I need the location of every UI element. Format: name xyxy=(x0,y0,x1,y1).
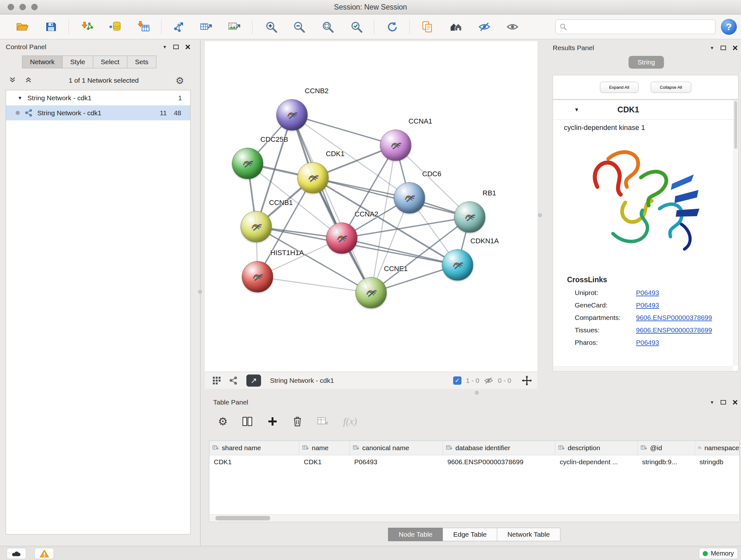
table-options-gear-icon[interactable]: ⚙ xyxy=(218,415,227,428)
tab-network-table[interactable]: Network Table xyxy=(497,528,560,541)
network-node-CDC25B[interactable] xyxy=(232,148,263,179)
show-all-button[interactable] xyxy=(504,18,521,36)
cell-id[interactable]: stringdb:9... xyxy=(637,455,695,469)
crosslink-compartments[interactable]: 9606.ENSP00000378699 xyxy=(636,314,712,321)
network-options-gear-icon[interactable]: ⚙ xyxy=(176,75,184,86)
network-node-CCNA2[interactable] xyxy=(326,223,357,254)
node-label-CCNA1: CCNA1 xyxy=(408,117,432,125)
network-row-selected[interactable]: String Network - cdk1 11 48 xyxy=(6,105,190,120)
eye-icon xyxy=(506,20,519,33)
network-node-CCNA1[interactable] xyxy=(380,130,411,161)
collapse-all-icon[interactable] xyxy=(9,76,16,85)
table-row[interactable]: CDK1 CDK1 P06493 9606.ENSP00000378699 cy… xyxy=(209,455,739,469)
add-column-icon[interactable] xyxy=(267,416,278,427)
import-network-file-button[interactable] xyxy=(79,18,96,36)
crosslink-uniprot[interactable]: P06493 xyxy=(636,289,659,297)
refresh-view-button[interactable] xyxy=(383,18,401,36)
tab-node-table[interactable]: Node Table xyxy=(388,528,443,541)
hidden-eye-slash-icon[interactable] xyxy=(484,377,493,384)
tab-select[interactable]: Select xyxy=(93,56,127,68)
warnings-button[interactable] xyxy=(35,548,54,559)
home-button[interactable] xyxy=(448,18,465,36)
show-columns-icon[interactable] xyxy=(242,416,253,427)
crosslink-tissues[interactable]: 9606.ENSP00000378699 xyxy=(636,326,712,334)
zoom-out-button[interactable] xyxy=(290,18,308,36)
network-edges-layer[interactable] xyxy=(205,41,537,372)
cell-name[interactable]: CDK1 xyxy=(299,455,350,469)
tab-edge-table[interactable]: Edge Table xyxy=(443,528,497,541)
hide-selected-button[interactable] xyxy=(476,18,493,36)
expand-all-button[interactable]: Expand All xyxy=(600,82,638,93)
expand-all-icon[interactable] xyxy=(25,76,32,85)
copy-button[interactable] xyxy=(419,18,436,36)
panel-menu-icon[interactable]: ▼ xyxy=(162,44,167,50)
network-node-CDK1[interactable] xyxy=(297,162,329,193)
grid-icon[interactable] xyxy=(212,376,221,385)
panel-menu-icon[interactable]: ▼ xyxy=(710,45,714,51)
export-image-button[interactable] xyxy=(225,18,243,36)
cell-database-identifier[interactable]: 9606.ENSP00000378699 xyxy=(443,455,555,469)
cell-description[interactable]: cyclin-dependent ... xyxy=(555,455,637,469)
cell-shared-name[interactable]: CDK1 xyxy=(209,455,299,469)
column-header-description[interactable]: description xyxy=(555,441,637,455)
network-canvas[interactable]: CCNB2CCNA1CDC25BCDK1CDC6RB1CCNB1CCNA2CDK… xyxy=(205,41,537,372)
export-table-button[interactable] xyxy=(197,18,214,36)
network-node-CCNB2[interactable] xyxy=(276,99,308,131)
search-input[interactable] xyxy=(570,23,711,30)
zoom-selected-button[interactable] xyxy=(348,18,365,36)
cloud-status-button[interactable] xyxy=(7,548,26,559)
open-session-button[interactable] xyxy=(14,18,31,36)
vertical-splitter-grip[interactable] xyxy=(198,290,202,294)
panel-close-icon[interactable]: × xyxy=(732,45,738,51)
crosslink-genecard[interactable]: P06493 xyxy=(636,301,659,309)
table-horizontal-scrollbar[interactable] xyxy=(210,514,739,521)
column-header-database-identifier[interactable]: database identifier xyxy=(443,441,555,455)
network-overview-icon[interactable] xyxy=(228,376,238,385)
tab-style[interactable]: Style xyxy=(62,56,93,68)
collapse-all-button[interactable]: Collapse All xyxy=(651,82,691,93)
tab-sets[interactable]: Sets xyxy=(127,56,156,68)
import-table-button[interactable] xyxy=(135,18,152,36)
open-in-window-button[interactable]: ↗ xyxy=(246,374,261,387)
panel-float-icon[interactable] xyxy=(173,45,179,49)
zoom-in-button[interactable] xyxy=(263,18,280,36)
collection-expander-icon[interactable]: ▼ xyxy=(17,95,22,101)
panel-close-icon[interactable]: × xyxy=(185,44,191,50)
help-button[interactable]: ? xyxy=(721,19,737,35)
tab-string[interactable]: String xyxy=(629,56,664,69)
vertical-splitter-grip[interactable] xyxy=(538,213,542,217)
crosslink-pharos[interactable]: P06493 xyxy=(636,339,659,347)
network-node-CDKN1A[interactable] xyxy=(442,249,473,281)
network-node-CCNB1[interactable] xyxy=(241,211,272,242)
panel-float-icon[interactable] xyxy=(721,46,726,50)
results-horizontal-scrollbar[interactable] xyxy=(553,366,733,371)
network-node-RB1[interactable] xyxy=(454,201,485,233)
column-header-shared-name[interactable]: shared name xyxy=(209,441,299,455)
selected-checkbox-icon[interactable]: ✓ xyxy=(453,376,461,385)
save-session-button[interactable] xyxy=(43,18,60,36)
horizontal-splitter-grip[interactable] xyxy=(475,391,479,395)
network-collection-row[interactable]: ▼ String Network - cdk1 1 xyxy=(6,90,190,105)
column-header-canonical-name[interactable]: canonical name xyxy=(350,441,443,455)
tab-network[interactable]: Network xyxy=(22,56,63,68)
import-network-database-button[interactable] xyxy=(106,18,124,36)
pan-crosshair-icon[interactable] xyxy=(522,375,532,386)
cell-namespace[interactable]: stringdb xyxy=(695,455,739,469)
network-node-CCNE1[interactable] xyxy=(355,277,387,308)
panel-menu-icon[interactable]: ▼ xyxy=(710,400,714,405)
export-network-button[interactable] xyxy=(170,18,187,36)
delete-column-icon[interactable] xyxy=(292,416,303,427)
cell-canonical-name[interactable]: P06493 xyxy=(350,455,443,469)
column-header-namespace[interactable]: namespace xyxy=(695,441,739,455)
protein-expander-icon[interactable]: ▼ xyxy=(574,107,579,113)
panel-float-icon[interactable] xyxy=(721,400,726,405)
protein-thumbnail xyxy=(239,155,256,172)
column-header-id[interactable]: @id xyxy=(637,441,695,455)
column-header-name[interactable]: name xyxy=(299,441,350,455)
memory-button[interactable]: Memory xyxy=(699,548,738,559)
zoom-fit-button[interactable] xyxy=(319,18,336,36)
network-node-CDC6[interactable] xyxy=(394,182,425,213)
results-vertical-scrollbar[interactable] xyxy=(733,100,738,366)
network-node-HIST1H1A[interactable] xyxy=(242,261,273,293)
panel-close-icon[interactable]: × xyxy=(732,399,738,406)
